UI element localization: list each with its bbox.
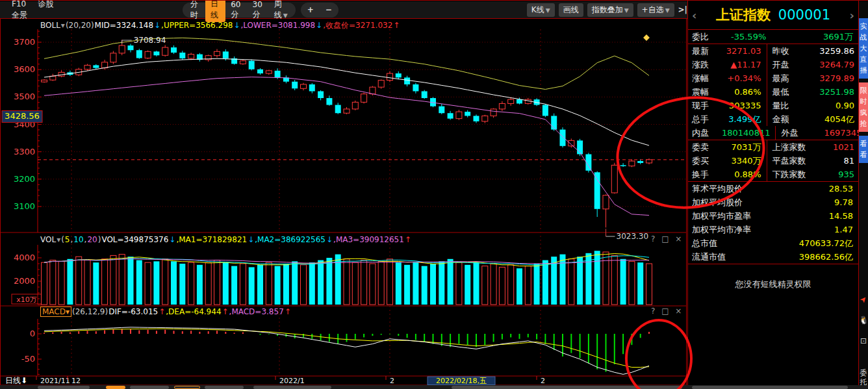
ad-banner-0[interactable]: 实战大直播 bbox=[859, 18, 868, 79]
quote-row: 涨跌▲11.17开盘3264.79 bbox=[688, 58, 858, 71]
weituo-button[interactable]: 委托 bbox=[859, 369, 868, 387]
indicator-text: ▾ bbox=[61, 21, 65, 30]
stat-value: 398662.56亿 bbox=[726, 251, 858, 263]
period-tab-group: 分时日线60分30分周线▼ bbox=[183, 3, 296, 18]
indicator-text: 5 bbox=[65, 235, 70, 244]
quote-row: 震幅0.86%最低3251.98 bbox=[688, 85, 858, 99]
indicator-text: ,LOWER=3081.998 bbox=[240, 21, 315, 30]
macd-pane-controls[interactable]: ? □ × bbox=[651, 307, 685, 316]
vol-indicator-header[interactable]: VOL▾ (5,10,20) VOL=349875376↓,MA1=371829… bbox=[40, 234, 412, 245]
taskbar-item[interactable] bbox=[106, 386, 125, 389]
svg-text:日线⬇: 日线⬇ bbox=[5, 376, 27, 385]
quote-label: 最高 bbox=[767, 71, 815, 85]
quote-value: 0.88% bbox=[722, 169, 767, 179]
indicator-text: ↓ bbox=[233, 21, 240, 30]
svg-text:4000: 4000 bbox=[14, 253, 35, 262]
prev-stock-arrow-icon[interactable]: ‹ bbox=[692, 8, 696, 22]
stat-value: 1.47 bbox=[751, 225, 858, 234]
indicator-text: ↓ bbox=[248, 235, 254, 244]
crop-icon[interactable]: ⊡ bbox=[859, 334, 868, 348]
toolbar-button-指数叠加[interactable]: 指数叠加▼ bbox=[587, 3, 633, 17]
indicator-text: ,MA2=386922565 bbox=[255, 235, 326, 244]
toolbar-button-K线[interactable]: K线▼ bbox=[527, 3, 555, 17]
svg-text:3300: 3300 bbox=[14, 147, 35, 157]
indicator-text: ,DEA=-64.944 bbox=[166, 307, 221, 316]
svg-text:2021/11: 2021/11 bbox=[40, 377, 70, 385]
indicator-text: VOL=349875376 bbox=[101, 235, 168, 244]
quote-value: 303335 bbox=[722, 101, 767, 110]
stat-value: 28.53 bbox=[743, 184, 858, 194]
indicator-text: ↑ bbox=[405, 235, 411, 244]
svg-text:-50: -50 bbox=[21, 354, 35, 364]
toolbar-item-1[interactable]: 诊股 bbox=[38, 0, 53, 8]
vol-pane-controls[interactable]: ? □ × bbox=[651, 234, 685, 244]
taskbar-item[interactable] bbox=[130, 386, 169, 389]
svg-text:2: 2 bbox=[390, 377, 394, 385]
ad-banner-1[interactable]: 限时疯抢 bbox=[859, 82, 868, 132]
right-edge-strip: 实战大直播限时疯抢看看➤🐧⊡委托 bbox=[859, 1, 868, 389]
quote-value: 3.499亿 bbox=[722, 114, 767, 125]
kline-chart-canvas[interactable]: 37003600350034003300320031003428.563708.… bbox=[0, 19, 687, 389]
indicator-text: ▾ bbox=[57, 235, 60, 244]
quote-row: 委卖7031万上涨家数1021 bbox=[688, 140, 858, 154]
stat-label: 加权平均市净率 bbox=[688, 224, 751, 236]
top-toolbar: F10诊股全景 分时日线60分30分周线▼ + − K线▼画线指数叠加▼+自选▼… bbox=[0, 1, 687, 19]
indicator-text: (20,20) bbox=[66, 21, 94, 30]
taskbar-item[interactable] bbox=[692, 386, 848, 389]
stat-row: 流通市值398662.56亿 bbox=[688, 250, 858, 264]
taskbar-item[interactable] bbox=[253, 386, 331, 389]
stock-app-window: F10诊股全景 分时日线60分30分周线▼ + − K线▼画线指数叠加▼+自选▼… bbox=[0, 0, 868, 389]
chevron-down-icon: ▼ bbox=[624, 7, 629, 14]
toolbar-left-items: F10诊股全景 bbox=[0, 0, 62, 21]
quote-label: 委卖 bbox=[688, 142, 722, 153]
taskbar-item[interactable] bbox=[38, 386, 90, 389]
indicator-text: , bbox=[71, 235, 73, 244]
collapse-panel-icon[interactable]: >| bbox=[678, 5, 687, 14]
toolbar-button-+自选[interactable]: +自选▼ bbox=[637, 3, 674, 17]
taskbar-item[interactable] bbox=[205, 386, 244, 389]
indicator-text: BOLL bbox=[40, 21, 60, 30]
quote-label: 外盘 bbox=[775, 126, 824, 140]
ad-banner-2[interactable]: 看看 bbox=[859, 136, 868, 163]
zoom-out-button[interactable]: − bbox=[323, 5, 335, 14]
quote-value: +0.34% bbox=[722, 73, 767, 83]
indicator-text: ↓ bbox=[316, 21, 322, 30]
quote-value: 7031万 bbox=[722, 142, 767, 153]
stat-value: 14.58 bbox=[751, 211, 858, 221]
quote-label: 开盘 bbox=[767, 58, 815, 71]
stat-label: 加权平均市盈率 bbox=[688, 210, 751, 222]
svg-text:12: 12 bbox=[71, 377, 81, 385]
period-tab-30分[interactable]: 30分 bbox=[248, 0, 269, 21]
indicator-text: MID=3324.148 bbox=[95, 21, 153, 30]
svg-text:3700: 3700 bbox=[14, 37, 35, 47]
qq-icon[interactable]: 🐧 bbox=[859, 313, 868, 327]
quote-row: 内盘180140811外盘169734565 bbox=[688, 126, 858, 140]
quote-value: 3340万 bbox=[722, 155, 767, 167]
period-tab-60分[interactable]: 60分 bbox=[225, 0, 247, 21]
toolbar-item-2[interactable]: 全景 bbox=[12, 10, 27, 19]
quote-row: 委买3340万平盘家数81 bbox=[688, 154, 858, 168]
indicator-text: 20 bbox=[87, 235, 97, 244]
svg-text:3428.56: 3428.56 bbox=[5, 111, 40, 121]
taskbar-item[interactable] bbox=[452, 386, 682, 389]
svg-text:2022/1: 2022/1 bbox=[279, 377, 305, 385]
stat-value: 470633.72亿 bbox=[717, 238, 858, 249]
stat-value: 9.78 bbox=[743, 197, 858, 207]
boll-indicator-header[interactable]: BOLL▾ (20,20) MID=3324.148↓,UPPER=3566.2… bbox=[40, 20, 400, 31]
quote-panel: ‹ 上证指数 000001 › 委比-35.59%3691万 最新3271.03… bbox=[687, 1, 859, 389]
indicator-text: ↓ bbox=[154, 21, 160, 30]
next-stock-arrow-icon[interactable]: › bbox=[850, 8, 854, 22]
svg-text:2000: 2000 bbox=[14, 276, 35, 286]
svg-text:3600: 3600 bbox=[14, 64, 35, 74]
toolbar-button-画线[interactable]: 画线 bbox=[559, 3, 583, 17]
taskbar-item[interactable] bbox=[174, 386, 200, 389]
zoom-in-button[interactable]: + bbox=[305, 5, 316, 14]
toolbar-item-0[interactable]: F10 bbox=[12, 0, 26, 8]
stat-row: 加权平均股价9.78 bbox=[688, 195, 858, 209]
quote-value: 4054亿 bbox=[815, 114, 859, 125]
macd-indicator-header[interactable]: MACD▾ (26,12,9) DIF=-63.015↑,DEA=-64.944… bbox=[40, 307, 292, 317]
quote-row: 总手3.499亿金额4054亿 bbox=[688, 112, 858, 126]
quote-label: 涨幅 bbox=[688, 73, 722, 84]
weibi-value: -35.59% bbox=[722, 32, 795, 42]
quote-label: 总手 bbox=[688, 114, 722, 125]
